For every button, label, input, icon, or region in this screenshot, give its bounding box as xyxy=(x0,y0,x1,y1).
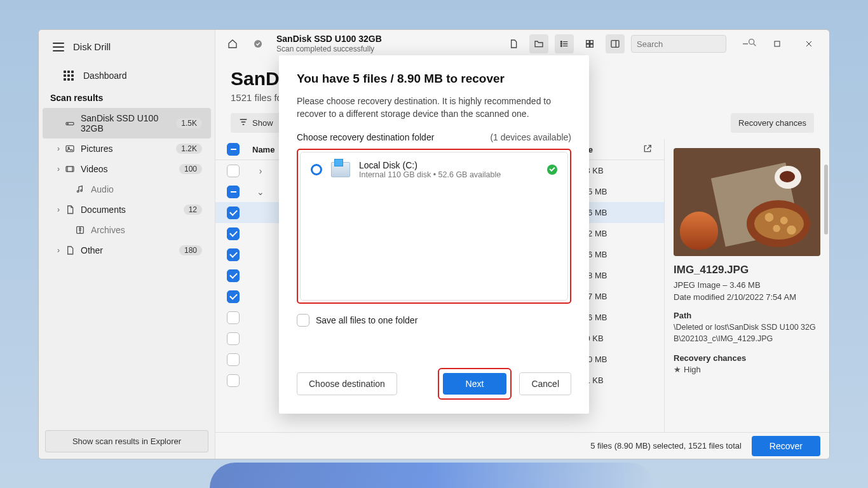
show-in-explorer-button[interactable]: Show scan results in Explorer xyxy=(45,430,208,452)
svg-rect-14 xyxy=(587,44,590,48)
recovery-chances-chip[interactable]: Recovery chances xyxy=(731,113,814,133)
sidebar-item-videos[interactable]: › Videos 100 xyxy=(43,159,211,179)
sidebar-item-archives[interactable]: Archives xyxy=(43,220,211,240)
chances-label: Recovery chances xyxy=(674,353,820,363)
save-one-folder-label: Save all files to one folder xyxy=(316,315,417,325)
choose-destination-button[interactable]: Choose destination xyxy=(297,372,397,395)
chevron-right-icon: › xyxy=(54,246,63,255)
expand-icon[interactable]: ⌄ xyxy=(252,187,269,197)
open-external-icon[interactable] xyxy=(634,144,653,156)
dashboard-label: Dashboard xyxy=(83,71,127,81)
destination-list: Local Disk (C:) Internal 110 GB disk • 5… xyxy=(300,152,568,301)
destination-info: Internal 110 GB disk • 52.6 GB available xyxy=(359,170,538,179)
svg-point-8 xyxy=(254,40,262,48)
topbar-title: SanDisk SSD U100 32GB xyxy=(276,34,382,45)
sidebar-item-label: Other xyxy=(77,245,179,255)
row-checkbox[interactable] xyxy=(227,227,240,240)
scan-results-heading: Scan results xyxy=(39,86,215,108)
minimize-button[interactable] xyxy=(733,34,758,53)
svg-point-5 xyxy=(77,191,79,193)
select-all-checkbox[interactable] xyxy=(227,143,240,156)
svg-point-10 xyxy=(560,43,562,44)
modal-description: Please choose recovery destination. It i… xyxy=(297,95,571,121)
close-button[interactable] xyxy=(796,34,822,53)
grid-view-icon[interactable] xyxy=(580,34,599,53)
row-checkbox[interactable] xyxy=(227,353,240,366)
save-one-folder-checkbox[interactable] xyxy=(297,314,309,327)
destination-item[interactable]: Local Disk (C:) Internal 110 GB disk • 5… xyxy=(301,152,567,187)
recover-button[interactable]: Recover xyxy=(752,436,820,456)
path-label: Path xyxy=(674,311,820,320)
svg-point-9 xyxy=(560,41,562,43)
menu-icon[interactable] xyxy=(53,43,64,51)
destination-highlight: Local Disk (C:) Internal 110 GB disk • 5… xyxy=(297,149,571,304)
sidebar-item-audio[interactable]: Audio xyxy=(43,179,211,200)
sidebar-item-label: Archives xyxy=(87,225,202,235)
svg-rect-18 xyxy=(775,41,780,46)
svg-point-6 xyxy=(81,190,83,192)
recovery-destination-modal: You have 5 files / 8.90 MB to recover Pl… xyxy=(279,55,589,414)
preview-filename: IMG_4129.JPG xyxy=(674,264,820,276)
preview-type: JPEG Image – 3.46 MB xyxy=(674,280,820,290)
sidebar-dashboard[interactable]: Dashboard xyxy=(39,65,215,86)
app-title: Disk Drill xyxy=(73,41,111,52)
sidebar-item-pictures[interactable]: › Pictures 1.2K xyxy=(43,139,211,159)
row-checkbox[interactable] xyxy=(227,248,240,261)
search-field[interactable] xyxy=(637,39,743,49)
next-highlight: Next xyxy=(438,368,512,400)
preview-image xyxy=(674,148,820,256)
selection-status: 5 files (8.90 MB) selected, 1521 files t… xyxy=(590,441,742,451)
row-checkbox[interactable] xyxy=(227,290,240,303)
count-badge: 12 xyxy=(184,205,202,215)
count-badge: 1.2K xyxy=(176,144,202,154)
svg-rect-12 xyxy=(587,41,590,44)
next-button[interactable]: Next xyxy=(443,373,507,395)
scrollbar-thumb[interactable] xyxy=(824,165,828,234)
sidebar-item-label: Audio xyxy=(87,184,202,194)
status-check-icon xyxy=(248,34,268,53)
panel-view-icon[interactable] xyxy=(606,34,625,53)
row-checkbox[interactable] xyxy=(227,374,240,387)
picture-icon xyxy=(63,144,77,154)
topbar-subtitle: Scan completed successfully xyxy=(276,44,382,54)
count-badge: 1.5K xyxy=(176,118,202,128)
maximize-button[interactable] xyxy=(764,34,790,53)
sidebar-item-other[interactable]: › Other 180 xyxy=(43,240,211,261)
app-window: Disk Drill Dashboard Scan results SanDis… xyxy=(38,29,830,459)
video-icon xyxy=(63,164,77,174)
row-checkbox[interactable] xyxy=(227,311,240,324)
show-filter-chip[interactable]: Show xyxy=(231,113,281,133)
file-icon xyxy=(63,245,77,255)
modal-title: You have 5 files / 8.90 MB to recover xyxy=(297,72,571,86)
folder-view-icon[interactable] xyxy=(529,34,548,53)
sidebar-item-label: SanDisk SSD U100 32GB xyxy=(77,113,176,133)
row-checkbox[interactable] xyxy=(227,332,240,345)
filter-icon xyxy=(238,117,248,129)
preview-path: \Deleted or lost\SanDisk SSD U100 32GB\2… xyxy=(674,322,820,344)
grid-icon xyxy=(63,71,74,81)
audio-icon xyxy=(73,184,87,194)
sidebar-item-drive[interactable]: SanDisk SSD U100 32GB 1.5K xyxy=(43,108,211,139)
row-checkbox[interactable] xyxy=(227,207,240,219)
radio-icon[interactable] xyxy=(311,164,322,175)
count-badge: 180 xyxy=(179,245,202,255)
cancel-button[interactable]: Cancel xyxy=(519,372,571,395)
home-icon[interactable] xyxy=(223,34,242,53)
row-checkbox[interactable] xyxy=(227,165,240,177)
sidebar-item-documents[interactable]: › Documents 12 xyxy=(43,200,211,220)
svg-point-11 xyxy=(560,45,562,46)
chevron-right-icon: › xyxy=(54,205,63,214)
sidebar: Disk Drill Dashboard Scan results SanDis… xyxy=(39,30,215,459)
chances-label: Recovery chances xyxy=(738,118,806,128)
list-view-icon[interactable] xyxy=(555,34,574,53)
svg-rect-15 xyxy=(590,44,593,48)
row-checkbox[interactable] xyxy=(227,186,240,198)
svg-point-1 xyxy=(67,123,68,124)
search-input[interactable] xyxy=(631,35,726,53)
preview-modified: Date modified 2/10/2022 7:54 AM xyxy=(674,292,820,302)
check-ok-icon xyxy=(547,165,557,175)
sidebar-item-label: Videos xyxy=(77,164,179,174)
expand-icon[interactable]: › xyxy=(252,166,269,176)
row-checkbox[interactable] xyxy=(227,269,240,282)
file-view-icon[interactable] xyxy=(504,34,523,53)
